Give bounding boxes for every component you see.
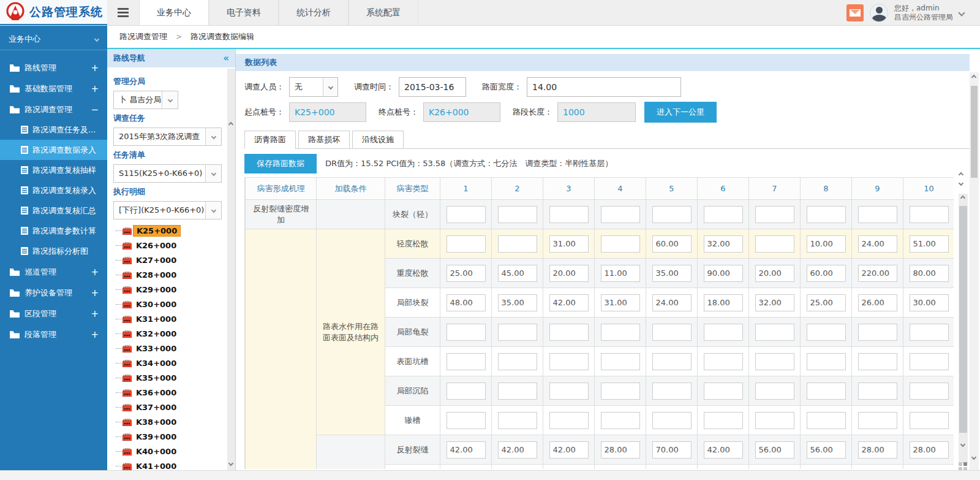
disease-value-input[interactable] bbox=[447, 353, 486, 370]
user-dropdown-chevron-icon[interactable] bbox=[958, 9, 965, 16]
sidebar-subitem-review-entry[interactable]: 路况调查复核录入 bbox=[0, 180, 107, 200]
survey-task-select[interactable]: 2015年第3次路况调查 bbox=[113, 128, 222, 146]
disease-value-input[interactable] bbox=[704, 206, 743, 223]
disease-value-input[interactable] bbox=[549, 324, 589, 341]
nav-panel-scrollbar[interactable] bbox=[227, 69, 235, 480]
sidebar-item-road-survey-mgmt[interactable]: 路况调查管理 − bbox=[0, 99, 107, 120]
disease-value-input[interactable] bbox=[601, 206, 640, 223]
disease-value-input[interactable] bbox=[601, 265, 640, 282]
disease-value-input[interactable] bbox=[807, 441, 846, 459]
disease-value-input[interactable] bbox=[807, 412, 846, 429]
branch-bureau-select[interactable]: 卜 昌吉分局 bbox=[113, 91, 178, 109]
road-width-input[interactable] bbox=[527, 77, 681, 97]
scroll-down-icon[interactable] bbox=[959, 181, 963, 186]
disease-value-input[interactable] bbox=[498, 353, 537, 370]
tab-roadbed-damage[interactable]: 路基损坏 bbox=[298, 131, 350, 149]
disease-value-input[interactable] bbox=[652, 412, 692, 429]
disease-value-input[interactable] bbox=[447, 383, 486, 400]
disease-value-input[interactable] bbox=[858, 324, 897, 341]
disease-value-input[interactable] bbox=[549, 294, 589, 311]
tree-item-K32+000[interactable]: K32+000 bbox=[113, 326, 222, 341]
next-kilometer-button[interactable]: 进入下一公里 bbox=[644, 102, 717, 123]
bottom-scrollbar-track[interactable] bbox=[0, 470, 980, 480]
disease-value-input[interactable] bbox=[549, 412, 589, 429]
disease-value-input[interactable] bbox=[498, 265, 537, 282]
tree-item-K28+000[interactable]: K28+000 bbox=[113, 267, 222, 282]
disease-value-input[interactable] bbox=[498, 441, 537, 459]
disease-value-input[interactable] bbox=[652, 294, 692, 311]
disease-value-input[interactable] bbox=[601, 412, 640, 429]
disease-value-input[interactable] bbox=[755, 235, 794, 253]
disease-value-input[interactable] bbox=[652, 441, 692, 459]
disease-value-input[interactable] bbox=[755, 265, 794, 282]
tree-item-K34+000[interactable]: K34+000 bbox=[113, 356, 222, 370]
sidebar-item-maintenance-equipment-mgmt[interactable]: 养护设备管理 + bbox=[0, 283, 107, 303]
sidebar-subitem-index-analysis-chart[interactable]: 路况指标分析图 bbox=[0, 241, 107, 261]
disease-value-input[interactable] bbox=[498, 324, 537, 341]
disease-value-input[interactable] bbox=[807, 235, 846, 253]
disease-value-input[interactable] bbox=[601, 383, 640, 400]
disease-value-input[interactable] bbox=[755, 353, 794, 370]
disease-value-input[interactable] bbox=[549, 206, 589, 223]
save-surface-data-button[interactable]: 保存路面数据 bbox=[244, 154, 317, 173]
disease-value-input[interactable] bbox=[704, 324, 743, 341]
disease-value-input[interactable] bbox=[447, 206, 486, 223]
disease-value-input[interactable] bbox=[755, 206, 794, 223]
disease-value-input[interactable] bbox=[498, 235, 537, 253]
disease-value-input[interactable] bbox=[652, 353, 692, 370]
disease-value-input[interactable] bbox=[755, 441, 794, 459]
disease-value-input[interactable] bbox=[858, 294, 897, 311]
disease-value-input[interactable] bbox=[447, 324, 486, 341]
disease-value-input[interactable] bbox=[755, 412, 794, 429]
disease-value-input[interactable] bbox=[549, 235, 589, 253]
disease-value-input[interactable] bbox=[601, 441, 640, 459]
disease-value-input[interactable] bbox=[498, 383, 537, 400]
sidebar-item-section-mgmt[interactable]: 区段管理 + bbox=[0, 303, 107, 324]
menu-item-business-center[interactable]: 业务中心 bbox=[139, 0, 209, 25]
sidebar-item-segment-mgmt[interactable]: 段落管理 + bbox=[0, 324, 107, 345]
disease-value-input[interactable] bbox=[652, 206, 692, 223]
disease-value-input[interactable] bbox=[447, 235, 486, 253]
scroll-down-icon[interactable] bbox=[228, 461, 233, 466]
disease-value-input[interactable] bbox=[910, 235, 949, 253]
disease-value-input[interactable] bbox=[858, 353, 897, 370]
tab-asphalt-surface[interactable]: 沥青路面 bbox=[244, 131, 296, 149]
disease-value-input[interactable] bbox=[652, 235, 692, 253]
disease-value-input[interactable] bbox=[549, 383, 589, 400]
disease-value-input[interactable] bbox=[601, 324, 640, 341]
tree-item-K38+000[interactable]: K38+000 bbox=[113, 414, 222, 429]
tree-item-K29+000[interactable]: K29+000 bbox=[113, 282, 222, 297]
execution-detail-select[interactable]: [下行](K25+0-K66+0) bbox=[113, 201, 222, 219]
disease-value-input[interactable] bbox=[447, 294, 486, 311]
disease-value-input[interactable] bbox=[549, 353, 589, 370]
menu-item-edocs[interactable]: 电子资料 bbox=[209, 0, 279, 25]
disease-value-input[interactable] bbox=[910, 412, 949, 429]
menu-item-system-config[interactable]: 系统配置 bbox=[349, 0, 418, 25]
disease-value-input[interactable] bbox=[910, 324, 949, 341]
disease-value-input[interactable] bbox=[447, 441, 486, 459]
disease-value-input[interactable] bbox=[910, 265, 949, 282]
disease-value-input[interactable] bbox=[704, 441, 743, 459]
sidebar-subitem-parameter-calc[interactable]: 路况调查参数计算 bbox=[0, 221, 107, 241]
disease-value-input[interactable] bbox=[704, 353, 743, 370]
sidebar-item-patrol-mgmt[interactable]: 巡道管理 + bbox=[0, 262, 107, 282]
tree-item-K27+000[interactable]: K27+000 bbox=[113, 253, 222, 267]
disease-value-input[interactable] bbox=[498, 412, 537, 429]
tab-roadside-facilities[interactable]: 沿线设施 bbox=[352, 131, 404, 149]
disease-value-input[interactable] bbox=[704, 235, 743, 253]
vertical-scroll-thumb[interactable] bbox=[959, 206, 967, 433]
disease-value-input[interactable] bbox=[858, 412, 897, 429]
tree-item-K36+000[interactable]: K36+000 bbox=[113, 385, 222, 400]
disease-value-input[interactable] bbox=[652, 324, 692, 341]
disease-value-input[interactable] bbox=[447, 265, 486, 282]
disease-value-input[interactable] bbox=[910, 441, 949, 459]
disease-value-input[interactable] bbox=[807, 353, 846, 370]
disease-value-input[interactable] bbox=[601, 235, 640, 253]
disease-value-input[interactable] bbox=[549, 265, 589, 282]
scroll-down-icon[interactable] bbox=[971, 455, 976, 460]
panel-collapse-icon[interactable]: « bbox=[223, 53, 229, 64]
disease-value-input[interactable] bbox=[498, 206, 537, 223]
tree-item-K37+000[interactable]: K37+000 bbox=[113, 400, 222, 414]
disease-value-input[interactable] bbox=[447, 412, 486, 429]
table-vertical-scrollbar[interactable] bbox=[957, 169, 970, 480]
